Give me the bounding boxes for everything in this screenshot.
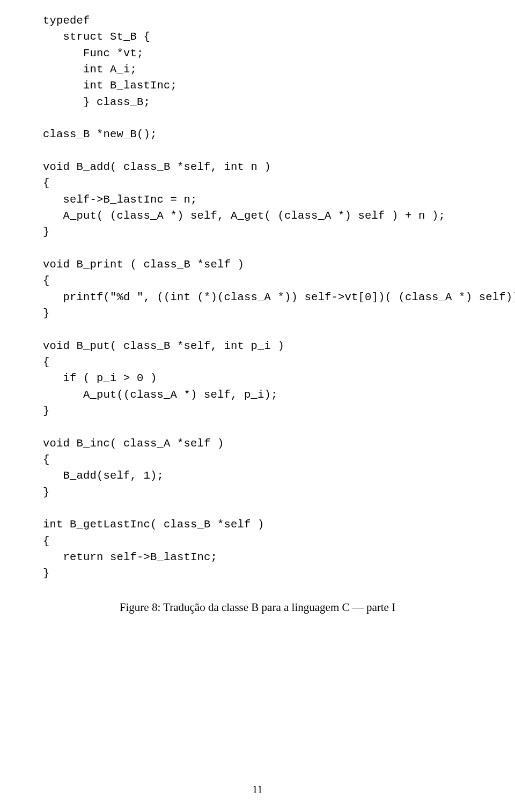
page-number: 11: [0, 784, 515, 796]
code-listing: typedef struct St_B { Func *vt; int A_i;…: [43, 13, 472, 582]
document-page: typedef struct St_B { Func *vt; int A_i;…: [0, 0, 515, 812]
figure-caption: Figure 8: Tradução da classe B para a li…: [43, 601, 472, 614]
